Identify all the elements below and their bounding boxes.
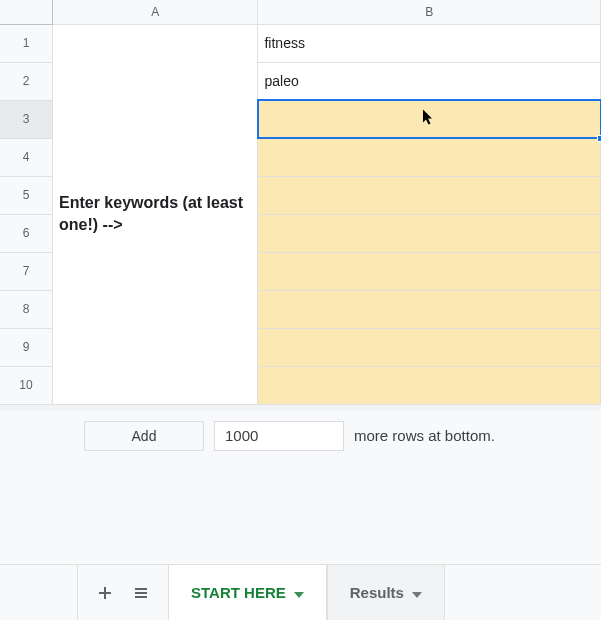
cell-b10[interactable]: [258, 366, 601, 404]
all-sheets-icon[interactable]: [132, 584, 150, 602]
row-header-7[interactable]: 7: [0, 252, 53, 290]
spreadsheet-grid[interactable]: A B 1 Enter keywords (at least one!) -->…: [0, 0, 601, 405]
tab-results[interactable]: Results: [327, 565, 445, 620]
tab-bar-left-gutter: [0, 565, 78, 620]
selection-fill-handle[interactable]: [597, 135, 601, 142]
add-rows-suffix: more rows at bottom.: [354, 427, 495, 444]
row-header-10[interactable]: 10: [0, 366, 53, 404]
row-header-9[interactable]: 9: [0, 328, 53, 366]
tab-label: START HERE: [191, 584, 286, 601]
select-all-corner[interactable]: [0, 0, 53, 24]
cell-b4[interactable]: [258, 138, 601, 176]
cell-b6[interactable]: [258, 214, 601, 252]
add-sheet-icon[interactable]: [96, 584, 114, 602]
row-header-6[interactable]: 6: [0, 214, 53, 252]
row-header-8[interactable]: 8: [0, 290, 53, 328]
sheet-tab-bar: START HERE Results: [0, 564, 601, 620]
mouse-cursor-icon: [423, 110, 435, 129]
row-header-3[interactable]: 3: [0, 100, 53, 138]
add-rows-bar: Add more rows at bottom.: [0, 411, 601, 481]
cell-b7[interactable]: [258, 252, 601, 290]
column-header-b[interactable]: B: [258, 0, 601, 24]
row-header-1[interactable]: 1: [0, 24, 53, 62]
tab-label: Results: [350, 584, 404, 601]
tab-dropdown-icon[interactable]: [412, 584, 422, 601]
row-header-4[interactable]: 4: [0, 138, 53, 176]
cell-a-merged[interactable]: Enter keywords (at least one!) -->: [53, 24, 258, 404]
row-header-5[interactable]: 5: [0, 176, 53, 214]
row-header-2[interactable]: 2: [0, 62, 53, 100]
tab-dropdown-icon[interactable]: [294, 584, 304, 601]
cell-b2[interactable]: paleo: [258, 62, 601, 100]
column-header-a[interactable]: A: [53, 0, 258, 24]
cell-b9[interactable]: [258, 328, 601, 366]
cell-b3[interactable]: [258, 100, 601, 138]
cell-b8[interactable]: [258, 290, 601, 328]
keywords-prompt: Enter keywords (at least one!) -->: [59, 194, 243, 233]
cell-b1[interactable]: fitness: [258, 24, 601, 62]
tab-start-here[interactable]: START HERE: [168, 565, 327, 620]
cell-b5[interactable]: [258, 176, 601, 214]
add-rows-button[interactable]: Add: [84, 421, 204, 451]
add-rows-count-input[interactable]: [214, 421, 344, 451]
